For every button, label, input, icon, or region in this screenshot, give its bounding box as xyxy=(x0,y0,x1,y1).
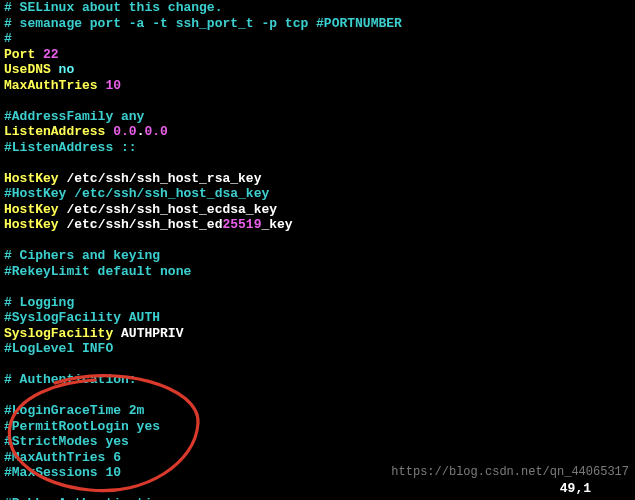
config-line: #LoginGraceTime 2m xyxy=(4,403,631,419)
config-line: # Ciphers and keying xyxy=(4,248,631,264)
config-line: SyslogFacility AUTHPRIV xyxy=(4,326,631,342)
config-line: #LogLevel INFO xyxy=(4,341,631,357)
config-line: #PermitRootLogin yes xyxy=(4,419,631,435)
terminal-viewport[interactable]: # SELinux about this change.# semanage p… xyxy=(0,0,635,500)
config-line xyxy=(4,155,631,171)
config-line: UseDNS no xyxy=(4,62,631,78)
config-line xyxy=(4,233,631,249)
config-line: HostKey /etc/ssh/ssh_host_ed25519_key xyxy=(4,217,631,233)
config-line: #SyslogFacility AUTH xyxy=(4,310,631,326)
config-line: MaxAuthTries 10 xyxy=(4,78,631,94)
config-line: #HostKey /etc/ssh/ssh_host_dsa_key xyxy=(4,186,631,202)
watermark-text: https://blog.csdn.net/qn_44065317 xyxy=(391,465,629,481)
config-line: # Authentication: xyxy=(4,372,631,388)
config-line: HostKey /etc/ssh/ssh_host_rsa_key xyxy=(4,171,631,187)
config-line: ListenAddress 0.0.0.0 xyxy=(4,124,631,140)
config-line xyxy=(4,481,631,497)
config-line: HostKey /etc/ssh/ssh_host_ecdsa_key xyxy=(4,202,631,218)
config-line xyxy=(4,388,631,404)
vim-status-position: 49,1 xyxy=(560,481,591,497)
config-line: #AddressFamily any xyxy=(4,109,631,125)
config-line: # xyxy=(4,31,631,47)
config-line: #ListenAddress :: xyxy=(4,140,631,156)
config-line: #MaxAuthTries 6 xyxy=(4,450,631,466)
config-line xyxy=(4,93,631,109)
config-line: # SELinux about this change. xyxy=(4,0,631,16)
config-line: #RekeyLimit default none xyxy=(4,264,631,280)
config-line: # semanage port -a -t ssh_port_t -p tcp … xyxy=(4,16,631,32)
config-line: #PubkeyAuthentication yes xyxy=(4,496,631,500)
config-line: Port 22 xyxy=(4,47,631,63)
config-line: # Logging xyxy=(4,295,631,311)
config-line: #StrictModes yes xyxy=(4,434,631,450)
config-line xyxy=(4,279,631,295)
config-line xyxy=(4,357,631,373)
